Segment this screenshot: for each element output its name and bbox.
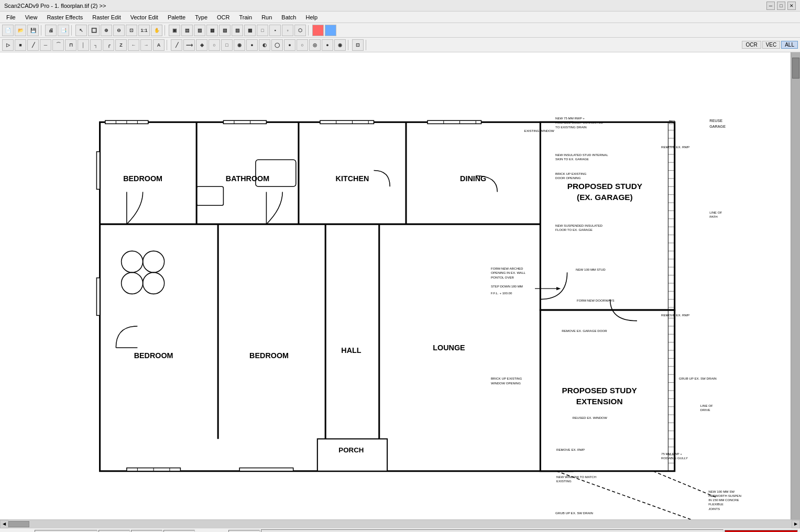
menu-vector-edit[interactable]: Vector Edit [126,13,162,21]
horizontal-scrollbar-track[interactable] [8,520,792,528]
tb2-26[interactable]: ● [322,39,333,51]
tb-r5[interactable]: ▧ [219,25,231,36]
tb2-9[interactable]: ╭ [103,39,114,51]
tb2-19[interactable]: ◉ [234,39,245,51]
zoom-1-1[interactable]: 1:1 [138,25,150,36]
tb-r3[interactable]: ▥ [194,25,205,36]
seon-panel[interactable]: SEON [131,530,162,533]
scroll-left-button[interactable]: ◀ [0,520,8,528]
tb-r11[interactable]: ⬡ [294,25,306,36]
right-sidebar [791,52,800,519]
svg-text:REMOVE EX. RWP: REMOVE EX. RWP [661,145,689,149]
zoom-out[interactable]: ⊖ [113,25,125,36]
color-picker[interactable] [312,25,324,36]
cursor-button[interactable]: ↖ [75,25,87,36]
color-picker2[interactable] [325,25,336,36]
vertical-scrollbar-thumb[interactable] [792,58,799,79]
tb2-1[interactable]: ▷ [2,39,14,51]
tb-r1[interactable]: ▣ [169,25,180,36]
menu-run[interactable]: Run [257,13,276,21]
menu-raster-edit[interactable]: Raster Edit [88,13,125,21]
svg-text:PROPOSED STUDY: PROPOSED STUDY [567,182,642,191]
aton-panel[interactable]: ATON [98,530,130,533]
tb2-18[interactable]: □ [221,39,233,51]
menu-raster-effects[interactable]: Raster Effects [42,13,87,21]
floorplan-svg: BEDROOM BATHROOM KITCHEN DINING BEDROOM … [0,52,791,519]
toolbar2: ▷ ■ ╱ ─ ⌒ ⊓ │ ┐ ╭ Z ← → A ╱ ⟶ ◈ ○ □ ◉ ● … [0,38,800,52]
maximize-button[interactable]: □ [777,2,785,10]
tb-r2[interactable]: ▤ [181,25,193,36]
tb-r7[interactable]: ▩ [244,25,256,36]
svg-text:REMOVE EX. GARAGE DOOR: REMOVE EX. GARAGE DOOR [562,329,607,332]
scroll-right-button[interactable]: ▶ [792,520,800,528]
tb2-12[interactable]: → [140,39,152,51]
ocr-button[interactable]: OCR [742,41,761,49]
svg-text:FORM NEW ARCHED: FORM NEW ARCHED [491,267,523,270]
horizontal-scrollbar-thumb[interactable] [8,521,29,527]
vec-button[interactable]: VEC [762,41,781,49]
tb2-8[interactable]: ┐ [90,39,102,51]
csoff-panel[interactable]: CSOFF [228,530,260,533]
menu-ocr[interactable]: OCR [213,13,234,21]
tb2-10[interactable]: Z [115,39,127,51]
menu-view[interactable]: View [21,13,42,21]
tb2-6[interactable]: ⊓ [65,39,76,51]
tb2-15[interactable]: ⟶ [183,39,195,51]
svg-rect-14 [223,120,266,124]
open-button[interactable]: 📂 [15,25,26,36]
svg-text:TO EXISTING DRAIN: TO EXISTING DRAIN [555,125,587,129]
all-button[interactable]: ALL [781,41,798,49]
tb2-13[interactable]: A [153,39,165,51]
canvas-area[interactable]: BEDROOM BATHROOM KITCHEN DINING BEDROOM … [0,52,791,519]
tb-r6[interactable]: ▨ [232,25,243,36]
sbon-panel[interactable]: SBON [163,530,195,533]
tb2-14[interactable]: ╱ [171,39,182,51]
zoom-fit[interactable]: ⊡ [126,25,137,36]
tb2-2[interactable]: ■ [15,39,26,51]
tb2-4[interactable]: ─ [40,39,51,51]
tb2-21[interactable]: ◐ [259,39,270,51]
tb-r8[interactable]: □ [257,25,268,36]
menu-batch[interactable]: Batch [277,13,300,21]
menu-palette[interactable]: Palette [163,13,190,21]
zoom-window[interactable]: 🔲 [88,25,100,36]
tb2-23[interactable]: ● [284,39,295,51]
menu-file[interactable]: File [2,13,20,21]
tb2-28[interactable]: ⊡ [352,39,364,51]
tb2-17[interactable]: ○ [209,39,220,51]
minimize-button[interactable]: ─ [766,2,775,10]
tb-r9[interactable]: ▪ [269,25,281,36]
tb2-11[interactable]: ← [128,39,139,51]
menu-train[interactable]: Train [235,13,256,21]
tb2-5[interactable]: ⌒ [52,39,64,51]
tb2-3[interactable]: ╱ [27,39,39,51]
print-button[interactable]: 🖨 [45,25,57,36]
tb2-16[interactable]: ◈ [196,39,207,51]
svg-text:FLOOR TO EX. GARAGE: FLOOR TO EX. GARAGE [555,228,593,231]
tb-r10[interactable]: ▫ [282,25,293,36]
menu-help[interactable]: Help [301,13,322,21]
zoom-in[interactable]: ⊕ [101,25,112,36]
close-button[interactable]: ✕ [787,2,796,10]
tb2-7[interactable]: │ [78,39,89,51]
svg-rect-26 [96,152,100,190]
svg-text:SKIN TO EX. GARAGE: SKIN TO EX. GARAGE [555,157,589,161]
vec-architectural-panel: VEC [Architectural] [725,530,798,533]
menu-type[interactable]: Type [191,13,212,21]
new-button[interactable]: 📄 [2,25,14,36]
svg-text:BEDROOM: BEDROOM [249,351,289,360]
tb-r4[interactable]: ▦ [206,25,218,36]
tb2-25[interactable]: ◎ [309,39,321,51]
tb2-27[interactable]: ◉ [334,39,346,51]
svg-text:BEDROOM: BEDROOM [123,174,162,183]
svg-text:GRUB UP EX. SW DRAIN: GRUB UP EX. SW DRAIN [555,511,593,515]
sep4 [308,25,310,36]
save-button[interactable]: 💾 [27,25,39,36]
tb2-22[interactable]: ◯ [271,39,283,51]
horizontal-scrollbar: ◀ ▶ [0,519,800,528]
tb2-20[interactable]: ● [246,39,258,51]
pan[interactable]: ✋ [151,25,162,36]
print2-button[interactable]: 📑 [58,25,69,36]
tb2-24[interactable]: ○ [297,39,308,51]
title-bar: Scan2CADv9 Pro - 1. floorplan.tif (2) >>… [0,0,800,12]
